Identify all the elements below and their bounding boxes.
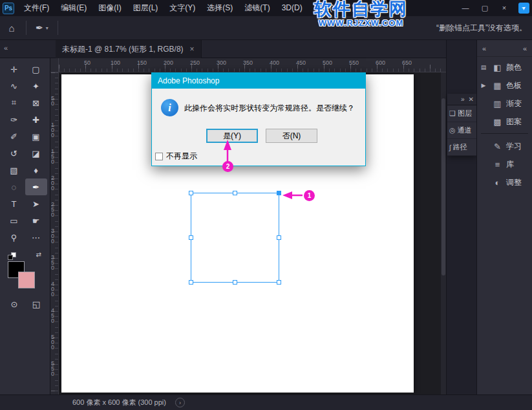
menu-edit[interactable]: 编辑(E) — [55, 0, 92, 16]
panel-dock: » ✕ ❏图层◎通道ʃ路径 — [446, 40, 476, 394]
checkbox-label: 不再显示 — [166, 151, 197, 162]
shape-handle-sw[interactable] — [189, 280, 193, 285]
hand-tool[interactable]: ☛ — [25, 212, 47, 229]
close-button[interactable]: × — [495, 0, 514, 16]
scrollbar-thumb[interactable] — [442, 98, 445, 275]
panel-channels[interactable]: ◎通道 — [447, 122, 476, 139]
panel-learn-label: 学习 — [506, 141, 522, 152]
menu-view[interactable]: 视图(V) — [308, 0, 346, 16]
blur-tool[interactable]: ♦ — [25, 162, 47, 178]
screen-mode[interactable]: ◱ — [25, 296, 47, 312]
checkbox-box[interactable] — [155, 153, 163, 160]
panel-actions[interactable]: ▶ — [477, 76, 490, 94]
tool-bar: ✛▢∿✦⌗⊠✑✚✐▣↺◪▧♦◌✒T➤▭☛⚲⋯ ⇄ ⊙◱ — [0, 58, 50, 394]
menu-filter[interactable]: 滤镜(T) — [239, 0, 275, 16]
float-panel-list: ❏图层◎通道ʃ路径 — [447, 105, 476, 156]
menu-select[interactable]: 选择(S) — [201, 0, 239, 16]
home-icon[interactable]: ⌂ — [0, 23, 23, 34]
shape-handle-ne[interactable] — [277, 191, 281, 195]
panel-close-icon[interactable]: ✕ — [469, 96, 474, 103]
menu-window[interactable]: 窗口(W) — [346, 0, 385, 16]
ruler-origin[interactable] — [50, 58, 59, 72]
dialog-title: Adobe Photoshop — [158, 76, 219, 85]
panel-swatches[interactable]: ▦色板 — [490, 76, 532, 94]
gradient-tool[interactable]: ▧ — [3, 162, 25, 178]
document-tab[interactable]: 未标题-1 @ 81.7% (矩形 1, RGB/8) × — [56, 40, 202, 58]
quick-mask-mode[interactable]: ⊙ — [3, 296, 25, 312]
panel-paths[interactable]: ʃ路径 — [447, 139, 476, 156]
tab-close-icon[interactable]: × — [190, 45, 195, 54]
panel-gradients[interactable]: ▥渐变 — [490, 94, 532, 113]
panel-expand-icon[interactable]: » — [461, 96, 465, 103]
ruler-label: 100 — [51, 122, 56, 138]
crop-tool[interactable]: ⌗ — [3, 94, 25, 111]
status-chevron-icon[interactable]: › — [175, 398, 185, 407]
panel-color[interactable]: ◧颜色 — [490, 58, 532, 76]
dock-collapse-icon[interactable]: « — [523, 45, 527, 52]
marquee-tool[interactable]: ▢ — [25, 61, 47, 78]
no-button[interactable]: 否(N) — [266, 129, 317, 143]
vertical-scrollbar[interactable] — [441, 72, 446, 394]
shape-handle-w[interactable] — [189, 235, 193, 240]
history-brush-tool[interactable]: ↺ — [3, 145, 25, 162]
status-bar: 600 像素 x 600 像素 (300 ppi) › — [0, 394, 532, 410]
frame-tool[interactable]: ⊠ — [25, 94, 47, 111]
shape-handle-n[interactable] — [233, 191, 237, 195]
yes-button[interactable]: 是(Y) — [206, 129, 258, 143]
ruler-label: 350 — [51, 255, 56, 270]
healing-brush-tool[interactable]: ✚ — [25, 111, 47, 128]
minimize-button[interactable]: — — [456, 0, 475, 16]
options-divider — [26, 21, 27, 35]
lasso-tool[interactable]: ∿ — [3, 78, 25, 94]
swap-colors-icon[interactable]: ⇄ — [36, 251, 41, 258]
menu-3d[interactable]: 3D(D) — [276, 0, 308, 16]
dont-show-checkbox[interactable]: 不再显示 — [155, 151, 197, 162]
panel-collapse-icon[interactable]: « — [482, 45, 486, 52]
type-tool[interactable]: T — [3, 195, 25, 212]
dialog-title-bar[interactable]: Adobe Photoshop — [152, 73, 365, 89]
move-tool[interactable]: ✛ — [3, 61, 25, 78]
color-swatch-block: ⇄ — [8, 252, 44, 291]
menu-type[interactable]: 文字(Y) — [164, 0, 201, 16]
menu-file[interactable]: 文件(F) — [18, 0, 55, 16]
brush-tool[interactable]: ✐ — [3, 128, 25, 145]
tool-preset-picker[interactable]: ✒ ▾ — [29, 23, 55, 33]
pen-tool[interactable]: ✒ — [25, 178, 47, 195]
panel-adjustments[interactable]: ◐调整 — [490, 173, 532, 191]
confirm-dialog: Adobe Photoshop i 此操作会将实时形状转变为常规路径。是否继续？… — [151, 72, 366, 166]
panel-color-label: 颜色 — [506, 62, 522, 73]
panel-patterns[interactable]: ▩图案 — [490, 113, 532, 131]
background-swatch[interactable] — [18, 272, 35, 288]
panel-learn[interactable]: ✎学习 — [490, 137, 532, 155]
shape-handle-e[interactable] — [277, 235, 281, 240]
zoom-tool[interactable]: ⚲ — [3, 229, 25, 246]
default-colors-icon[interactable] — [8, 252, 18, 261]
shape-handle-se[interactable] — [277, 280, 281, 285]
shape-handle-nw[interactable] — [189, 191, 193, 195]
clone-stamp-tool[interactable]: ▣ — [25, 128, 47, 145]
window-controls: — ▢ × — [456, 0, 514, 16]
menu-layer[interactable]: 图层(L) — [127, 0, 164, 16]
shape-rectangle[interactable] — [191, 193, 279, 283]
shape-handle-s[interactable] — [233, 280, 237, 285]
dodge-tool[interactable]: ◌ — [3, 178, 25, 195]
panel-patterns-label: 图案 — [506, 116, 522, 127]
adjustments-icon: ◐ — [493, 178, 502, 188]
panel-libraries[interactable]: ≡库 — [490, 155, 532, 173]
panel-properties[interactable]: ▤ — [477, 58, 490, 76]
object-selection-tool[interactable]: ✦ — [25, 78, 47, 94]
panel-layers[interactable]: ❏图层 — [447, 105, 476, 122]
eyedropper-tool[interactable]: ✑ — [3, 111, 25, 128]
path-selection-tool[interactable]: ➤ — [25, 195, 47, 212]
eraser-tool[interactable]: ◪ — [25, 145, 47, 162]
ruler-label: 350 — [243, 59, 253, 66]
menu-image[interactable]: 图像(I) — [92, 0, 127, 16]
vertical-ruler[interactable]: 50100150200250300350400450500550 — [50, 72, 59, 394]
edit-toolbar[interactable]: ⋯ — [25, 229, 47, 246]
toolbar-collapse-icon[interactable]: « — [4, 44, 8, 52]
rectangle-tool[interactable]: ▭ — [3, 212, 25, 229]
restore-button[interactable]: ▢ — [475, 0, 495, 16]
horizontal-ruler[interactable]: 50100150200250300350400450500550600650 — [59, 58, 446, 72]
float-panel-group: » ✕ ❏图层◎通道ʃ路径 — [447, 94, 476, 156]
layers-icon: ❏ — [449, 109, 456, 118]
